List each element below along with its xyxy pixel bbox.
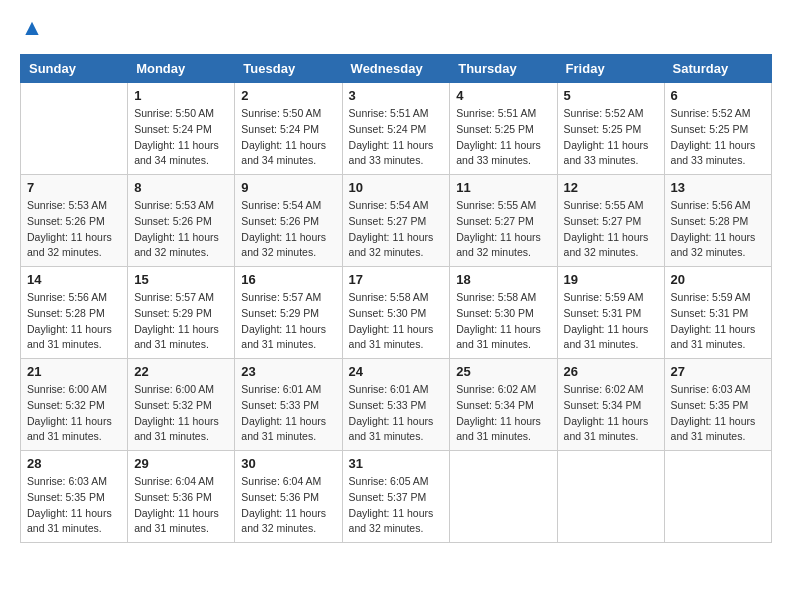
daylight-label: Daylight: 11 hours and 32 minutes. [241,231,326,259]
day-number: 18 [456,272,550,287]
day-number: 13 [671,180,765,195]
sunrise-label: Sunrise: 6:01 AM [241,383,321,395]
day-info: Sunrise: 6:02 AM Sunset: 5:34 PM Dayligh… [564,382,658,445]
sunset-label: Sunset: 5:36 PM [241,491,319,503]
sunset-label: Sunset: 5:37 PM [349,491,427,503]
sunset-label: Sunset: 5:26 PM [27,215,105,227]
calendar-cell: 12 Sunrise: 5:55 AM Sunset: 5:27 PM Dayl… [557,175,664,267]
sunset-label: Sunset: 5:32 PM [134,399,212,411]
day-number: 26 [564,364,658,379]
weekday-header-wednesday: Wednesday [342,55,450,83]
sunset-label: Sunset: 5:26 PM [134,215,212,227]
sunset-label: Sunset: 5:35 PM [27,491,105,503]
sunset-label: Sunset: 5:34 PM [564,399,642,411]
calendar-cell: 9 Sunrise: 5:54 AM Sunset: 5:26 PM Dayli… [235,175,342,267]
day-info: Sunrise: 5:56 AM Sunset: 5:28 PM Dayligh… [27,290,121,353]
day-number: 11 [456,180,550,195]
weekday-header-friday: Friday [557,55,664,83]
sunset-label: Sunset: 5:35 PM [671,399,749,411]
sunrise-label: Sunrise: 5:57 AM [134,291,214,303]
calendar-cell: 22 Sunrise: 6:00 AM Sunset: 5:32 PM Dayl… [128,359,235,451]
daylight-label: Daylight: 11 hours and 31 minutes. [456,323,541,351]
sunrise-label: Sunrise: 5:53 AM [134,199,214,211]
daylight-label: Daylight: 11 hours and 31 minutes. [564,323,649,351]
calendar-cell: 7 Sunrise: 5:53 AM Sunset: 5:26 PM Dayli… [21,175,128,267]
calendar-cell: 11 Sunrise: 5:55 AM Sunset: 5:27 PM Dayl… [450,175,557,267]
calendar-cell: 19 Sunrise: 5:59 AM Sunset: 5:31 PM Dayl… [557,267,664,359]
sunset-label: Sunset: 5:32 PM [27,399,105,411]
sunset-label: Sunset: 5:28 PM [27,307,105,319]
sunrise-label: Sunrise: 5:54 AM [241,199,321,211]
day-number: 19 [564,272,658,287]
sunset-label: Sunset: 5:24 PM [349,123,427,135]
day-number: 9 [241,180,335,195]
daylight-label: Daylight: 11 hours and 34 minutes. [134,139,219,167]
day-info: Sunrise: 5:54 AM Sunset: 5:27 PM Dayligh… [349,198,444,261]
sunrise-label: Sunrise: 6:03 AM [671,383,751,395]
sunrise-label: Sunrise: 6:02 AM [456,383,536,395]
sunrise-label: Sunrise: 5:51 AM [456,107,536,119]
day-number: 5 [564,88,658,103]
calendar-cell: 14 Sunrise: 5:56 AM Sunset: 5:28 PM Dayl… [21,267,128,359]
day-info: Sunrise: 6:00 AM Sunset: 5:32 PM Dayligh… [134,382,228,445]
calendar-cell [557,451,664,543]
daylight-label: Daylight: 11 hours and 31 minutes. [671,323,756,351]
day-number: 2 [241,88,335,103]
day-number: 30 [241,456,335,471]
calendar-cell [21,83,128,175]
daylight-label: Daylight: 11 hours and 31 minutes. [27,507,112,535]
sunrise-label: Sunrise: 5:57 AM [241,291,321,303]
calendar-week-3: 14 Sunrise: 5:56 AM Sunset: 5:28 PM Dayl… [21,267,772,359]
sunset-label: Sunset: 5:26 PM [241,215,319,227]
day-number: 10 [349,180,444,195]
calendar-cell: 5 Sunrise: 5:52 AM Sunset: 5:25 PM Dayli… [557,83,664,175]
calendar-cell: 30 Sunrise: 6:04 AM Sunset: 5:36 PM Dayl… [235,451,342,543]
day-info: Sunrise: 6:00 AM Sunset: 5:32 PM Dayligh… [27,382,121,445]
sunset-label: Sunset: 5:30 PM [456,307,534,319]
calendar-week-2: 7 Sunrise: 5:53 AM Sunset: 5:26 PM Dayli… [21,175,772,267]
calendar-table: SundayMondayTuesdayWednesdayThursdayFrid… [20,54,772,543]
day-number: 6 [671,88,765,103]
sunset-label: Sunset: 5:24 PM [241,123,319,135]
calendar-cell: 3 Sunrise: 5:51 AM Sunset: 5:24 PM Dayli… [342,83,450,175]
calendar-cell: 17 Sunrise: 5:58 AM Sunset: 5:30 PM Dayl… [342,267,450,359]
weekday-header-sunday: Sunday [21,55,128,83]
calendar-cell: 24 Sunrise: 6:01 AM Sunset: 5:33 PM Dayl… [342,359,450,451]
calendar-cell: 20 Sunrise: 5:59 AM Sunset: 5:31 PM Dayl… [664,267,771,359]
sunset-label: Sunset: 5:25 PM [671,123,749,135]
sunrise-label: Sunrise: 5:56 AM [27,291,107,303]
daylight-label: Daylight: 11 hours and 31 minutes. [134,507,219,535]
day-number: 1 [134,88,228,103]
daylight-label: Daylight: 11 hours and 33 minutes. [349,139,434,167]
weekday-header-tuesday: Tuesday [235,55,342,83]
daylight-label: Daylight: 11 hours and 32 minutes. [456,231,541,259]
sunrise-label: Sunrise: 5:50 AM [134,107,214,119]
day-info: Sunrise: 6:01 AM Sunset: 5:33 PM Dayligh… [349,382,444,445]
daylight-label: Daylight: 11 hours and 31 minutes. [134,323,219,351]
day-info: Sunrise: 5:55 AM Sunset: 5:27 PM Dayligh… [564,198,658,261]
calendar-cell: 21 Sunrise: 6:00 AM Sunset: 5:32 PM Dayl… [21,359,128,451]
day-info: Sunrise: 5:51 AM Sunset: 5:24 PM Dayligh… [349,106,444,169]
sunrise-label: Sunrise: 6:02 AM [564,383,644,395]
calendar-cell: 16 Sunrise: 5:57 AM Sunset: 5:29 PM Dayl… [235,267,342,359]
day-info: Sunrise: 5:52 AM Sunset: 5:25 PM Dayligh… [564,106,658,169]
daylight-label: Daylight: 11 hours and 31 minutes. [564,415,649,443]
day-info: Sunrise: 5:58 AM Sunset: 5:30 PM Dayligh… [349,290,444,353]
sunset-label: Sunset: 5:27 PM [564,215,642,227]
daylight-label: Daylight: 11 hours and 32 minutes. [241,507,326,535]
day-number: 21 [27,364,121,379]
calendar-cell: 1 Sunrise: 5:50 AM Sunset: 5:24 PM Dayli… [128,83,235,175]
page-header [20,20,772,44]
day-number: 15 [134,272,228,287]
weekday-header-monday: Monday [128,55,235,83]
sunrise-label: Sunrise: 5:55 AM [564,199,644,211]
daylight-label: Daylight: 11 hours and 32 minutes. [349,507,434,535]
sunset-label: Sunset: 5:29 PM [241,307,319,319]
sunrise-label: Sunrise: 5:52 AM [564,107,644,119]
calendar-week-1: 1 Sunrise: 5:50 AM Sunset: 5:24 PM Dayli… [21,83,772,175]
sunrise-label: Sunrise: 5:58 AM [349,291,429,303]
calendar-cell: 28 Sunrise: 6:03 AM Sunset: 5:35 PM Dayl… [21,451,128,543]
sunrise-label: Sunrise: 6:04 AM [241,475,321,487]
sunrise-label: Sunrise: 5:53 AM [27,199,107,211]
daylight-label: Daylight: 11 hours and 31 minutes. [27,323,112,351]
